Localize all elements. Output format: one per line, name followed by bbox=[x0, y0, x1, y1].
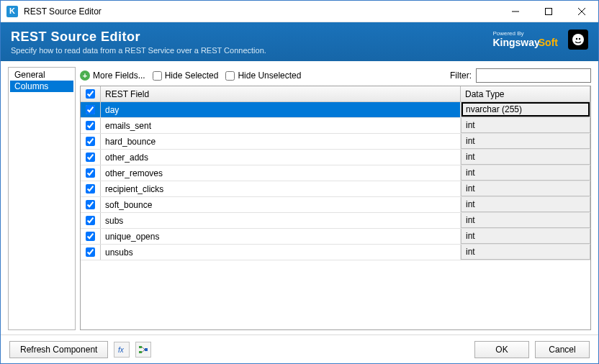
svg-line-12 bbox=[142, 350, 145, 352]
titlebar: K REST Source Editor bbox=[1, 1, 598, 22]
table-row[interactable]: subsint bbox=[81, 213, 590, 229]
svg-line-3 bbox=[578, 8, 585, 15]
refresh-component-button[interactable]: Refresh Component bbox=[9, 341, 108, 358]
row-type-cell[interactable]: int bbox=[461, 134, 590, 149]
plus-icon: + bbox=[80, 70, 90, 81]
svg-point-6 bbox=[579, 38, 580, 40]
row-type-cell[interactable]: int bbox=[461, 118, 590, 133]
hide-selected-checkbox[interactable]: Hide Selected bbox=[153, 70, 219, 81]
row-checkbox-cell[interactable] bbox=[81, 118, 101, 133]
grid-rows: daynvarchar (255)emails_sentinthard_boun… bbox=[81, 102, 590, 329]
more-fields-button[interactable]: + More Fields... bbox=[80, 70, 145, 81]
row-type-cell[interactable]: int bbox=[461, 229, 590, 244]
hide-unselected-input[interactable] bbox=[225, 71, 235, 81]
sidebar-item-general[interactable]: General bbox=[10, 69, 73, 81]
banner-title: REST Source Editor bbox=[11, 29, 266, 45]
row-checkbox[interactable] bbox=[86, 168, 95, 178]
banner-subtitle: Specify how to read data from a REST Ser… bbox=[11, 46, 266, 55]
row-checkbox[interactable] bbox=[86, 247, 95, 257]
columns-grid: REST Field Data Type daynvarchar (255)em… bbox=[80, 86, 591, 330]
row-type-cell[interactable]: int bbox=[461, 197, 590, 212]
filter-input[interactable] bbox=[476, 68, 591, 83]
row-checkbox[interactable] bbox=[86, 153, 95, 162]
svg-rect-1 bbox=[546, 8, 552, 14]
banner: REST Source Editor Specify how to read d… bbox=[1, 22, 598, 61]
row-field-cell[interactable]: hard_bounce bbox=[101, 134, 461, 149]
svg-line-11 bbox=[142, 347, 145, 350]
more-fields-label: More Fields... bbox=[93, 70, 145, 81]
close-button[interactable] bbox=[565, 1, 598, 22]
minimize-button[interactable] bbox=[499, 1, 532, 22]
table-row[interactable]: other_removesint bbox=[81, 165, 590, 181]
row-checkbox-cell[interactable] bbox=[81, 150, 101, 165]
select-all-checkbox[interactable] bbox=[86, 89, 95, 99]
row-field-cell[interactable]: other_adds bbox=[101, 150, 461, 165]
table-row[interactable]: unique_opensint bbox=[81, 229, 590, 245]
svg-point-5 bbox=[576, 38, 577, 40]
table-row[interactable]: unsubsint bbox=[81, 245, 590, 260]
mailchimp-icon bbox=[568, 29, 588, 50]
table-row[interactable]: recipient_clicksint bbox=[81, 181, 590, 197]
row-type-cell[interactable]: int bbox=[461, 181, 590, 196]
toolbar: + More Fields... Hide Selected Hide Unse… bbox=[80, 67, 591, 84]
row-checkbox[interactable] bbox=[86, 137, 95, 146]
row-field-cell[interactable]: unsubs bbox=[101, 245, 461, 260]
svg-rect-8 bbox=[139, 346, 142, 348]
row-checkbox[interactable] bbox=[86, 121, 95, 130]
row-type-cell[interactable]: nvarchar (255) bbox=[461, 102, 590, 117]
sidebar-item-columns[interactable]: Columns bbox=[10, 81, 73, 92]
row-type-cell[interactable]: int bbox=[461, 245, 590, 260]
row-field-cell[interactable]: recipient_clicks bbox=[101, 181, 461, 196]
svg-line-2 bbox=[578, 8, 585, 15]
row-checkbox[interactable] bbox=[86, 200, 95, 209]
window: K REST Source Editor REST Source Editor … bbox=[0, 0, 599, 364]
svg-text:fx: fx bbox=[118, 346, 125, 354]
svg-rect-10 bbox=[145, 348, 148, 351]
row-checkbox-cell[interactable] bbox=[81, 197, 101, 212]
grid-header: REST Field Data Type bbox=[81, 86, 590, 102]
hide-unselected-label: Hide Unselected bbox=[238, 70, 301, 81]
svg-rect-9 bbox=[139, 351, 142, 353]
row-field-cell[interactable]: emails_sent bbox=[101, 118, 461, 133]
hide-selected-label: Hide Selected bbox=[165, 70, 219, 81]
row-checkbox-cell[interactable] bbox=[81, 181, 101, 196]
row-field-cell[interactable]: subs bbox=[101, 213, 461, 228]
row-checkbox[interactable] bbox=[86, 232, 95, 241]
row-checkbox-cell[interactable] bbox=[81, 134, 101, 149]
row-checkbox-cell[interactable] bbox=[81, 102, 101, 117]
row-checkbox[interactable] bbox=[86, 184, 95, 194]
row-type-cell[interactable]: int bbox=[461, 150, 590, 165]
hide-selected-input[interactable] bbox=[153, 71, 162, 81]
table-row[interactable]: daynvarchar (255) bbox=[81, 102, 590, 118]
row-field-cell[interactable]: soft_bounce bbox=[101, 197, 461, 212]
row-field-cell[interactable]: day bbox=[101, 102, 461, 117]
filter-box: Filter: bbox=[450, 68, 591, 83]
expression-button[interactable]: fx bbox=[114, 342, 130, 358]
row-field-cell[interactable]: unique_opens bbox=[101, 229, 461, 244]
row-checkbox[interactable] bbox=[86, 105, 95, 114]
row-type-cell[interactable]: int bbox=[461, 165, 590, 181]
hide-unselected-checkbox[interactable]: Hide Unselected bbox=[225, 70, 301, 81]
row-checkbox-cell[interactable] bbox=[81, 229, 101, 244]
table-row[interactable]: other_addsint bbox=[81, 150, 590, 165]
header-type[interactable]: Data Type bbox=[461, 86, 590, 101]
row-checkbox-cell[interactable] bbox=[81, 165, 101, 181]
row-field-cell[interactable]: other_removes bbox=[101, 165, 461, 181]
ok-button[interactable]: OK bbox=[474, 341, 529, 358]
table-row[interactable]: hard_bounceint bbox=[81, 134, 590, 150]
window-title: REST Source Editor bbox=[24, 6, 102, 17]
body: General Columns + More Fields... Hide Se… bbox=[1, 61, 598, 330]
maximize-button[interactable] bbox=[532, 1, 565, 22]
table-row[interactable]: emails_sentint bbox=[81, 118, 590, 134]
row-checkbox-cell[interactable] bbox=[81, 245, 101, 260]
row-type-cell[interactable]: int bbox=[461, 213, 590, 228]
table-row[interactable]: soft_bounceint bbox=[81, 197, 590, 213]
row-checkbox[interactable] bbox=[86, 216, 95, 225]
cancel-button[interactable]: Cancel bbox=[535, 341, 590, 358]
svg-point-4 bbox=[572, 34, 584, 45]
header-field[interactable]: REST Field bbox=[101, 86, 461, 101]
header-checkbox-cell[interactable] bbox=[81, 86, 101, 101]
row-checkbox-cell[interactable] bbox=[81, 213, 101, 228]
mapping-button[interactable] bbox=[135, 342, 151, 358]
main-panel: + More Fields... Hide Selected Hide Unse… bbox=[80, 67, 591, 330]
